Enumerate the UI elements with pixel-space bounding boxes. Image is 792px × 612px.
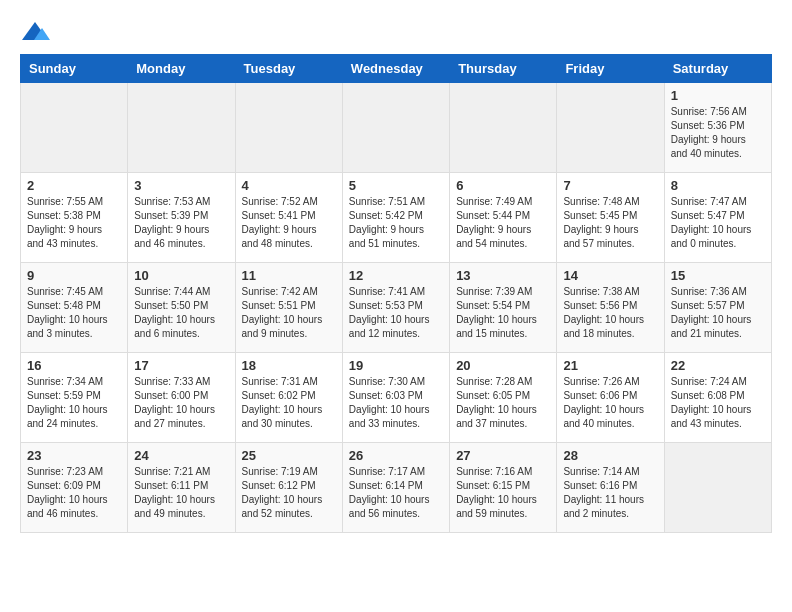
calendar-cell: 6Sunrise: 7:49 AM Sunset: 5:44 PM Daylig…	[450, 173, 557, 263]
day-number: 9	[27, 268, 121, 283]
calendar-week-1: 1Sunrise: 7:56 AM Sunset: 5:36 PM Daylig…	[21, 83, 772, 173]
calendar-cell: 25Sunrise: 7:19 AM Sunset: 6:12 PM Dayli…	[235, 443, 342, 533]
calendar-week-2: 2Sunrise: 7:55 AM Sunset: 5:38 PM Daylig…	[21, 173, 772, 263]
day-info: Sunrise: 7:23 AM Sunset: 6:09 PM Dayligh…	[27, 465, 121, 521]
calendar-cell: 14Sunrise: 7:38 AM Sunset: 5:56 PM Dayli…	[557, 263, 664, 353]
day-info: Sunrise: 7:28 AM Sunset: 6:05 PM Dayligh…	[456, 375, 550, 431]
calendar-header-tuesday: Tuesday	[235, 55, 342, 83]
day-number: 28	[563, 448, 657, 463]
calendar-cell: 28Sunrise: 7:14 AM Sunset: 6:16 PM Dayli…	[557, 443, 664, 533]
day-info: Sunrise: 7:49 AM Sunset: 5:44 PM Dayligh…	[456, 195, 550, 251]
day-info: Sunrise: 7:33 AM Sunset: 6:00 PM Dayligh…	[134, 375, 228, 431]
day-info: Sunrise: 7:17 AM Sunset: 6:14 PM Dayligh…	[349, 465, 443, 521]
calendar-cell: 9Sunrise: 7:45 AM Sunset: 5:48 PM Daylig…	[21, 263, 128, 353]
calendar-header-row: SundayMondayTuesdayWednesdayThursdayFrid…	[21, 55, 772, 83]
calendar-header-friday: Friday	[557, 55, 664, 83]
day-info: Sunrise: 7:56 AM Sunset: 5:36 PM Dayligh…	[671, 105, 765, 161]
day-number: 3	[134, 178, 228, 193]
day-number: 19	[349, 358, 443, 373]
calendar-header-saturday: Saturday	[664, 55, 771, 83]
day-number: 26	[349, 448, 443, 463]
calendar-cell: 3Sunrise: 7:53 AM Sunset: 5:39 PM Daylig…	[128, 173, 235, 263]
day-info: Sunrise: 7:38 AM Sunset: 5:56 PM Dayligh…	[563, 285, 657, 341]
calendar-cell: 27Sunrise: 7:16 AM Sunset: 6:15 PM Dayli…	[450, 443, 557, 533]
day-info: Sunrise: 7:21 AM Sunset: 6:11 PM Dayligh…	[134, 465, 228, 521]
calendar-cell: 8Sunrise: 7:47 AM Sunset: 5:47 PM Daylig…	[664, 173, 771, 263]
day-info: Sunrise: 7:53 AM Sunset: 5:39 PM Dayligh…	[134, 195, 228, 251]
day-info: Sunrise: 7:34 AM Sunset: 5:59 PM Dayligh…	[27, 375, 121, 431]
calendar-cell	[342, 83, 449, 173]
day-number: 6	[456, 178, 550, 193]
day-info: Sunrise: 7:41 AM Sunset: 5:53 PM Dayligh…	[349, 285, 443, 341]
day-number: 21	[563, 358, 657, 373]
day-number: 23	[27, 448, 121, 463]
day-info: Sunrise: 7:47 AM Sunset: 5:47 PM Dayligh…	[671, 195, 765, 251]
day-number: 27	[456, 448, 550, 463]
calendar-cell: 24Sunrise: 7:21 AM Sunset: 6:11 PM Dayli…	[128, 443, 235, 533]
day-info: Sunrise: 7:14 AM Sunset: 6:16 PM Dayligh…	[563, 465, 657, 521]
calendar-cell	[557, 83, 664, 173]
day-number: 8	[671, 178, 765, 193]
page-header	[20, 20, 772, 44]
day-info: Sunrise: 7:16 AM Sunset: 6:15 PM Dayligh…	[456, 465, 550, 521]
calendar-cell: 20Sunrise: 7:28 AM Sunset: 6:05 PM Dayli…	[450, 353, 557, 443]
day-info: Sunrise: 7:48 AM Sunset: 5:45 PM Dayligh…	[563, 195, 657, 251]
calendar-cell: 16Sunrise: 7:34 AM Sunset: 5:59 PM Dayli…	[21, 353, 128, 443]
day-number: 16	[27, 358, 121, 373]
day-info: Sunrise: 7:26 AM Sunset: 6:06 PM Dayligh…	[563, 375, 657, 431]
calendar-cell: 13Sunrise: 7:39 AM Sunset: 5:54 PM Dayli…	[450, 263, 557, 353]
calendar-cell: 22Sunrise: 7:24 AM Sunset: 6:08 PM Dayli…	[664, 353, 771, 443]
day-info: Sunrise: 7:45 AM Sunset: 5:48 PM Dayligh…	[27, 285, 121, 341]
calendar-cell: 7Sunrise: 7:48 AM Sunset: 5:45 PM Daylig…	[557, 173, 664, 263]
calendar-header-thursday: Thursday	[450, 55, 557, 83]
day-info: Sunrise: 7:52 AM Sunset: 5:41 PM Dayligh…	[242, 195, 336, 251]
calendar-cell: 10Sunrise: 7:44 AM Sunset: 5:50 PM Dayli…	[128, 263, 235, 353]
calendar-cell: 5Sunrise: 7:51 AM Sunset: 5:42 PM Daylig…	[342, 173, 449, 263]
logo	[20, 20, 54, 44]
day-number: 2	[27, 178, 121, 193]
calendar-cell: 1Sunrise: 7:56 AM Sunset: 5:36 PM Daylig…	[664, 83, 771, 173]
calendar-header-wednesday: Wednesday	[342, 55, 449, 83]
day-info: Sunrise: 7:36 AM Sunset: 5:57 PM Dayligh…	[671, 285, 765, 341]
day-number: 25	[242, 448, 336, 463]
day-number: 20	[456, 358, 550, 373]
day-number: 14	[563, 268, 657, 283]
calendar-header-monday: Monday	[128, 55, 235, 83]
day-info: Sunrise: 7:51 AM Sunset: 5:42 PM Dayligh…	[349, 195, 443, 251]
calendar-cell: 15Sunrise: 7:36 AM Sunset: 5:57 PM Dayli…	[664, 263, 771, 353]
day-number: 1	[671, 88, 765, 103]
calendar-cell	[450, 83, 557, 173]
calendar-cell: 18Sunrise: 7:31 AM Sunset: 6:02 PM Dayli…	[235, 353, 342, 443]
logo-icon	[20, 20, 50, 44]
day-number: 22	[671, 358, 765, 373]
day-info: Sunrise: 7:30 AM Sunset: 6:03 PM Dayligh…	[349, 375, 443, 431]
day-number: 24	[134, 448, 228, 463]
calendar-week-3: 9Sunrise: 7:45 AM Sunset: 5:48 PM Daylig…	[21, 263, 772, 353]
day-number: 18	[242, 358, 336, 373]
calendar-cell: 17Sunrise: 7:33 AM Sunset: 6:00 PM Dayli…	[128, 353, 235, 443]
day-info: Sunrise: 7:44 AM Sunset: 5:50 PM Dayligh…	[134, 285, 228, 341]
calendar-cell	[235, 83, 342, 173]
day-info: Sunrise: 7:19 AM Sunset: 6:12 PM Dayligh…	[242, 465, 336, 521]
calendar-cell: 21Sunrise: 7:26 AM Sunset: 6:06 PM Dayli…	[557, 353, 664, 443]
calendar-cell: 4Sunrise: 7:52 AM Sunset: 5:41 PM Daylig…	[235, 173, 342, 263]
day-number: 4	[242, 178, 336, 193]
day-number: 7	[563, 178, 657, 193]
calendar-cell: 2Sunrise: 7:55 AM Sunset: 5:38 PM Daylig…	[21, 173, 128, 263]
day-number: 12	[349, 268, 443, 283]
day-info: Sunrise: 7:42 AM Sunset: 5:51 PM Dayligh…	[242, 285, 336, 341]
day-number: 13	[456, 268, 550, 283]
day-info: Sunrise: 7:31 AM Sunset: 6:02 PM Dayligh…	[242, 375, 336, 431]
day-number: 5	[349, 178, 443, 193]
calendar-cell: 19Sunrise: 7:30 AM Sunset: 6:03 PM Dayli…	[342, 353, 449, 443]
calendar-week-4: 16Sunrise: 7:34 AM Sunset: 5:59 PM Dayli…	[21, 353, 772, 443]
day-number: 11	[242, 268, 336, 283]
calendar-cell: 26Sunrise: 7:17 AM Sunset: 6:14 PM Dayli…	[342, 443, 449, 533]
day-info: Sunrise: 7:24 AM Sunset: 6:08 PM Dayligh…	[671, 375, 765, 431]
calendar-cell	[664, 443, 771, 533]
calendar-header-sunday: Sunday	[21, 55, 128, 83]
calendar-cell: 11Sunrise: 7:42 AM Sunset: 5:51 PM Dayli…	[235, 263, 342, 353]
day-info: Sunrise: 7:55 AM Sunset: 5:38 PM Dayligh…	[27, 195, 121, 251]
day-info: Sunrise: 7:39 AM Sunset: 5:54 PM Dayligh…	[456, 285, 550, 341]
day-number: 17	[134, 358, 228, 373]
